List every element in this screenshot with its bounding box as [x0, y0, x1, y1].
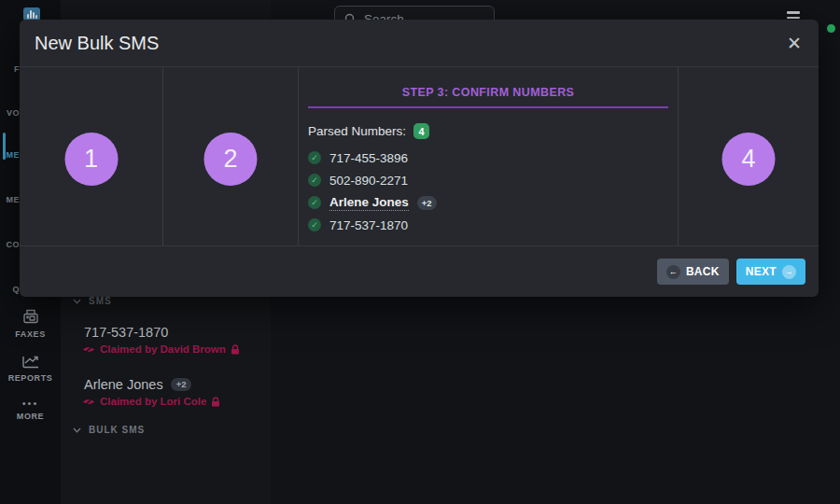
claimed-status: Claimed by Lori Cole	[82, 396, 220, 407]
chevron-down-icon	[73, 427, 81, 433]
lock-icon	[231, 344, 240, 355]
app-logo	[23, 7, 40, 21]
parsed-numbers-label: Parsed Numbers:	[308, 124, 406, 138]
step-1-indicator: 1	[64, 133, 118, 186]
step-1-column: 1	[20, 67, 163, 245]
conversation-title: 717-537-1870	[84, 325, 168, 340]
section-header-bulk-sms[interactable]: BULK SMS	[73, 425, 145, 435]
section-title: BULK SMS	[89, 425, 145, 435]
parsed-numbers-list: ✓ 717-455-3896 ✓ 502-890-2271 ✓ Arlene J…	[308, 147, 668, 236]
sidebar-item-truncated-1[interactable]: F	[0, 64, 20, 74]
fax-icon	[21, 309, 41, 325]
lock-icon	[211, 397, 220, 407]
next-button[interactable]: NEXT →	[736, 259, 805, 285]
step-2-column: 2	[163, 67, 299, 245]
chevron-down-icon	[73, 299, 81, 304]
parsed-contact-name[interactable]: Arlene Jones	[329, 195, 409, 211]
sidebar-item-messages[interactable]: ME	[0, 150, 20, 160]
claimed-text: Claimed by Lori Cole	[100, 396, 206, 407]
sidebar-item-truncated-4[interactable]: CO	[0, 240, 20, 249]
sidebar-item-faxes[interactable]: FAXES	[0, 309, 61, 339]
back-button[interactable]: ← BACK	[657, 259, 729, 285]
step-4-column: 4	[679, 67, 819, 245]
extra-numbers-badge: +2	[171, 378, 192, 391]
extra-numbers-badge: +2	[417, 196, 437, 210]
sidebar-item-truncated-3[interactable]: ME	[0, 195, 20, 204]
list-item-contact[interactable]: Arlene Jones +2	[84, 377, 191, 392]
check-icon: ✓	[308, 196, 321, 209]
eye-slash-icon	[82, 344, 95, 355]
sidebar-item-more[interactable]: ••• MORE	[0, 399, 61, 421]
parsed-number-value: 502-890-2271	[329, 174, 408, 188]
sidebar-item-reports[interactable]: REPORTS	[0, 354, 61, 383]
sidebar-item-label: REPORTS	[8, 373, 53, 383]
modal-title: New Bulk SMS	[35, 33, 159, 54]
claimed-status: Claimed by David Brown	[82, 343, 240, 355]
section-title: SMS	[89, 296, 112, 306]
sidebar-item-truncated-5[interactable]: Q	[0, 285, 20, 294]
step-2-indicator: 2	[204, 133, 258, 186]
check-icon: ✓	[308, 151, 321, 164]
new-bulk-sms-modal: New Bulk SMS ✕ 1 2 STEP 3: CONFIRM NUMBE…	[20, 20, 819, 297]
parsed-number-row: ✓ Arlene Jones +2	[308, 191, 668, 214]
step-3-underline	[308, 106, 668, 108]
step-3-title: STEP 3: CONFIRM NUMBERS	[308, 86, 668, 99]
section-header-sms[interactable]: SMS	[73, 296, 112, 306]
modal-header: New Bulk SMS	[20, 20, 819, 67]
step-3-column: STEP 3: CONFIRM NUMBERS Parsed Numbers: …	[299, 67, 679, 245]
parsed-number-value: 717-455-3896	[329, 151, 408, 165]
check-icon: ✓	[308, 174, 321, 187]
eye-slash-icon	[82, 397, 95, 407]
check-icon: ✓	[308, 218, 321, 231]
back-button-label: BACK	[686, 265, 720, 278]
step-4-indicator: 4	[722, 133, 776, 186]
online-status-dot	[825, 22, 837, 35]
list-item-number[interactable]: 717-537-1870	[84, 325, 168, 340]
parsed-number-row: ✓ 717-455-3896	[308, 147, 668, 169]
parsed-number-value: 717-537-1870	[329, 218, 408, 232]
modal-footer: ← BACK NEXT →	[20, 245, 819, 297]
arrow-left-icon: ←	[666, 265, 680, 279]
close-icon[interactable]: ✕	[781, 30, 807, 56]
ellipsis-icon: •••	[22, 399, 39, 407]
sidebar-item-label: FAXES	[15, 329, 46, 339]
parsed-numbers-row: Parsed Numbers: 4	[308, 123, 668, 139]
parsed-number-row: ✓ 502-890-2271	[308, 169, 668, 191]
next-button-label: NEXT	[746, 265, 777, 278]
parsed-number-row: ✓ 717-537-1870	[308, 214, 668, 236]
modal-body: 1 2 STEP 3: CONFIRM NUMBERS Parsed Numbe…	[20, 67, 819, 245]
app-window: F VO ME ME CO Q FAXES	[0, 0, 840, 504]
parsed-count-badge: 4	[413, 123, 429, 139]
sidebar-item-label: MORE	[17, 412, 44, 421]
conversation-title: Arlene Jones	[84, 377, 163, 392]
chart-icon	[21, 354, 41, 369]
claimed-text: Claimed by David Brown	[100, 343, 226, 355]
sidebar-item-truncated-2[interactable]: VO	[0, 108, 20, 118]
arrow-right-icon: →	[782, 265, 796, 279]
